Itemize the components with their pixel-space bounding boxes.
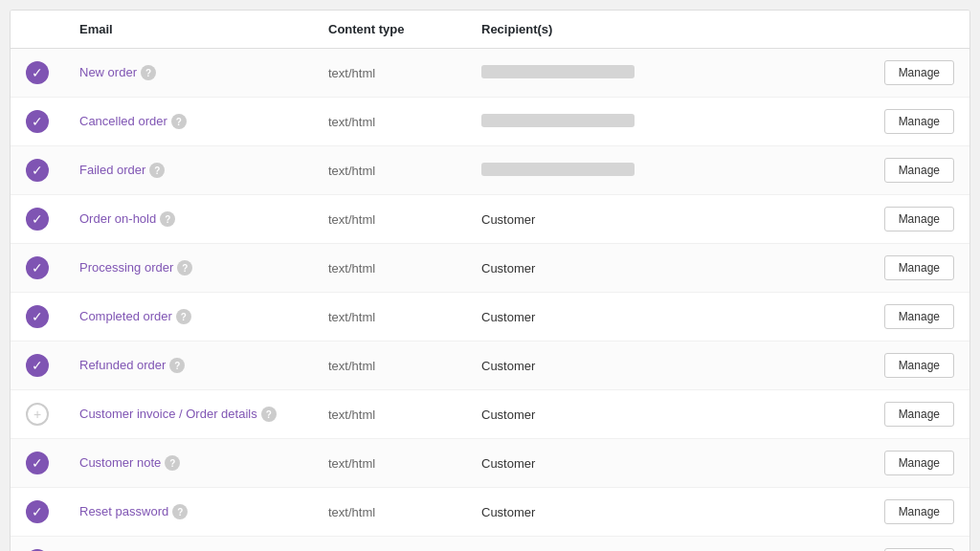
status-cell-order-on-hold: ✓ <box>11 195 64 244</box>
status-cell-new-order: ✓ <box>11 49 64 98</box>
status-cell-customer-invoice: + <box>11 390 64 439</box>
action-cell-new-order: Manage <box>864 49 969 98</box>
content-type-cell-refunded-order: text/html <box>313 342 466 390</box>
check-icon[interactable]: ✓ <box>26 61 49 84</box>
email-cell-processing-order: Processing order? <box>64 244 313 293</box>
content-type-value-refunded-order: text/html <box>328 359 375 373</box>
action-cell-reset-password: Manage <box>864 488 969 537</box>
table-row: ✓Failed order?text/htmlManage <box>11 146 969 195</box>
recipient-text-refunded-order: Customer <box>481 359 535 373</box>
help-icon-completed-order[interactable]: ? <box>176 309 191 324</box>
email-link-customer-note[interactable]: Customer note <box>79 455 161 470</box>
table-row: ✓Refunded order?text/htmlCustomerManage <box>11 342 969 390</box>
table-row: +Customer invoice / Order details?text/h… <box>11 390 969 439</box>
email-link-processing-order[interactable]: Processing order <box>79 260 173 275</box>
content-type-cell-new-account: text/html <box>313 537 466 552</box>
help-icon-failed-order[interactable]: ? <box>149 163 165 178</box>
manage-button-cancelled-order[interactable]: Manage <box>884 109 954 134</box>
check-icon[interactable]: ✓ <box>26 110 49 133</box>
content-type-value-processing-order: text/html <box>328 261 375 276</box>
content-type-cell-customer-invoice: text/html <box>313 390 466 439</box>
check-icon[interactable]: ✓ <box>26 452 49 474</box>
action-cell-customer-note: Manage <box>864 439 969 488</box>
email-link-order-on-hold[interactable]: Order on-hold <box>79 211 156 226</box>
email-cell-new-order: New order? <box>64 49 313 98</box>
status-cell-reset-password: ✓ <box>11 488 64 537</box>
status-cell-cancelled-order: ✓ <box>11 98 64 146</box>
content-type-value-failed-order: text/html <box>328 164 375 178</box>
col-header-recipients: Recipient(s) <box>466 11 864 49</box>
email-link-refunded-order[interactable]: Refunded order <box>79 358 166 372</box>
check-icon[interactable]: ✓ <box>26 305 49 328</box>
table-row: ✓Processing order?text/htmlCustomerManag… <box>11 244 969 293</box>
action-cell-processing-order: Manage <box>864 244 969 293</box>
table-row: ✓Reset password?text/htmlCustomerManage <box>11 488 969 537</box>
check-icon[interactable]: ✓ <box>26 354 49 377</box>
email-link-customer-invoice[interactable]: Customer invoice / Order details <box>79 407 257 421</box>
check-icon[interactable]: ✓ <box>26 208 49 231</box>
email-cell-reset-password: Reset password? <box>64 488 313 537</box>
circle-plus-icon[interactable]: + <box>26 403 49 426</box>
table-row: ✓Customer note?text/htmlCustomerManage <box>11 439 969 488</box>
status-cell-processing-order: ✓ <box>11 244 64 293</box>
manage-button-completed-order[interactable]: Manage <box>884 304 954 329</box>
help-icon-customer-invoice[interactable]: ? <box>261 407 277 422</box>
manage-button-failed-order[interactable]: Manage <box>884 158 954 183</box>
manage-button-customer-note[interactable]: Manage <box>884 451 954 475</box>
email-link-failed-order[interactable]: Failed order <box>79 163 145 177</box>
action-cell-order-on-hold: Manage <box>864 195 969 244</box>
check-icon[interactable]: ✓ <box>26 256 49 279</box>
help-icon-reset-password[interactable]: ? <box>172 504 188 519</box>
email-table: Email Content type Recipient(s) ✓New ord… <box>11 11 969 551</box>
action-cell-new-account: Manage <box>864 537 969 552</box>
email-cell-cancelled-order: Cancelled order? <box>64 98 313 146</box>
content-type-value-order-on-hold: text/html <box>328 212 375 227</box>
table-row: ✓New account?text/htmlCustomerManage <box>11 537 969 552</box>
email-link-cancelled-order[interactable]: Cancelled order <box>79 114 167 128</box>
help-icon-processing-order[interactable]: ? <box>177 260 192 276</box>
content-type-cell-reset-password: text/html <box>313 488 466 537</box>
recipient-cell-new-order <box>466 49 864 98</box>
recipient-text-customer-invoice: Customer <box>481 408 535 422</box>
help-icon-refunded-order[interactable]: ? <box>169 358 185 373</box>
email-link-new-order[interactable]: New order <box>79 65 137 79</box>
recipient-text-order-on-hold: Customer <box>481 212 535 227</box>
manage-button-refunded-order[interactable]: Manage <box>884 353 954 378</box>
email-cell-customer-note: Customer note? <box>64 439 313 488</box>
help-icon-cancelled-order[interactable]: ? <box>171 114 187 129</box>
action-cell-failed-order: Manage <box>864 146 969 195</box>
recipient-blurred-cancelled-order <box>481 114 635 127</box>
manage-button-customer-invoice[interactable]: Manage <box>884 402 954 427</box>
email-cell-order-on-hold: Order on-hold? <box>64 195 313 244</box>
help-icon-new-order[interactable]: ? <box>141 65 156 80</box>
content-type-value-customer-invoice: text/html <box>328 408 375 422</box>
content-type-cell-customer-note: text/html <box>313 439 466 488</box>
content-type-cell-processing-order: text/html <box>313 244 466 293</box>
table-row: ✓Cancelled order?text/htmlManage <box>11 98 969 146</box>
manage-button-reset-password[interactable]: Manage <box>884 499 954 524</box>
content-type-cell-cancelled-order: text/html <box>313 98 466 146</box>
recipient-text-customer-note: Customer <box>481 456 535 471</box>
content-type-value-new-order: text/html <box>328 66 375 80</box>
recipient-cell-processing-order: Customer <box>466 244 864 293</box>
manage-button-processing-order[interactable]: Manage <box>884 255 954 280</box>
email-link-completed-order[interactable]: Completed order <box>79 309 172 323</box>
content-type-cell-completed-order: text/html <box>313 293 466 342</box>
email-table-container: Email Content type Recipient(s) ✓New ord… <box>10 10 970 551</box>
manage-button-new-order[interactable]: Manage <box>884 60 954 85</box>
action-cell-cancelled-order: Manage <box>864 98 969 146</box>
status-cell-completed-order: ✓ <box>11 293 64 342</box>
col-header-action <box>864 11 969 49</box>
content-type-value-customer-note: text/html <box>328 456 375 471</box>
recipient-cell-customer-note: Customer <box>466 439 864 488</box>
help-icon-order-on-hold[interactable]: ? <box>160 211 175 227</box>
check-icon[interactable]: ✓ <box>26 159 49 182</box>
content-type-value-completed-order: text/html <box>328 310 375 324</box>
help-icon-customer-note[interactable]: ? <box>165 455 180 471</box>
manage-button-order-on-hold[interactable]: Manage <box>884 207 954 231</box>
recipient-cell-refunded-order: Customer <box>466 342 864 390</box>
col-header-content-type: Content type <box>313 11 466 49</box>
email-link-reset-password[interactable]: Reset password <box>79 504 168 518</box>
content-type-value-reset-password: text/html <box>328 505 375 519</box>
check-icon[interactable]: ✓ <box>26 500 49 523</box>
